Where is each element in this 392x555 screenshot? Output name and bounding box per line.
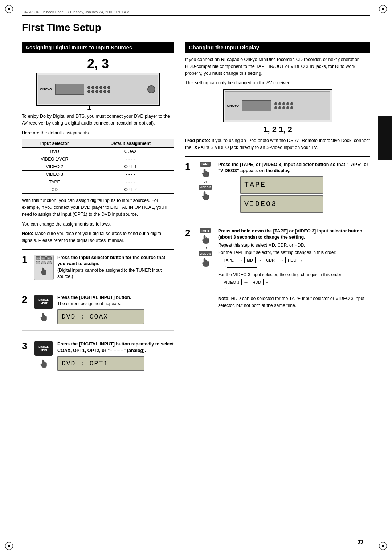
page-header: TX-SR304_En.book Page 33 Tuesday, Januar… xyxy=(22,10,370,16)
left-column: Assigning Digital Inputs to Input Source… xyxy=(22,42,174,381)
table-row: CDOPT 2 xyxy=(22,186,174,194)
right-step-2-icon: TAPE or VIDEO 3 xyxy=(195,228,215,268)
registration-mark-bl xyxy=(5,542,13,550)
step-2-lcd: DVD : COAX xyxy=(57,309,144,324)
digital-input-button: DIGITALINPUT xyxy=(34,295,53,309)
av-btn-4 xyxy=(99,86,102,89)
table-row: DVDCOAX xyxy=(22,148,174,155)
table-row: VIDEO 1/VCR- - - - xyxy=(22,155,174,163)
hand-icon-r2b xyxy=(201,257,210,268)
table-col1-header: Input selector xyxy=(22,139,87,148)
av-r-btn-9 xyxy=(286,106,289,109)
sel-hand-row xyxy=(36,267,52,276)
table-cell-assign: - - - - xyxy=(87,171,174,178)
video3-label-btn-2: VIDEO 3 xyxy=(199,251,212,256)
v3-loop-line xyxy=(227,289,246,289)
step-1-text: Press the input selector button for the … xyxy=(54,255,174,280)
right-note-text: HDD can be selected for the TAPE input s… xyxy=(218,296,364,308)
right-step-2-bold: Press and hold down the [TAPE] or [VIDEO… xyxy=(218,228,370,241)
left-body-1: To enjoy Dolby Digital and DTS, you must… xyxy=(22,113,174,127)
step-3-bold: Press the [DIGITAL INPUT] button repeate… xyxy=(57,341,174,354)
step-2-normal: The current assignment appears. xyxy=(57,301,174,307)
right-step-2-normal2: For the TAPE input selector, the setting… xyxy=(218,250,370,256)
flow-v3-end: ⌐ xyxy=(266,280,268,285)
video3-lcd: VIDEO3 xyxy=(240,195,323,213)
right-step-1-bold: Press the [TAPE] or [VIDEO 3] input sele… xyxy=(218,162,370,174)
av-r-btn-1 xyxy=(274,102,277,105)
tape-flow: TAPE → MD → CDR → HDD ⌐ xyxy=(221,257,370,263)
video3-label-btn: VIDEO 3 xyxy=(199,185,212,190)
tape-label-btn-2: TAPE xyxy=(200,228,211,233)
av-btn-11 xyxy=(103,90,106,93)
step-1-label: 1 xyxy=(87,103,91,112)
right-note-label: Note: xyxy=(218,296,230,301)
table-col2-header: Default assignment xyxy=(87,139,174,148)
av-r-btn-6 xyxy=(274,106,277,109)
step-divider-1 xyxy=(22,249,174,250)
registration-mark-tl xyxy=(5,5,13,13)
table-cell-assign: - - - - xyxy=(87,155,174,163)
right-step-1-row: 1 TAPE or VIDEO 3 Press the [TAPE] or [V… xyxy=(185,162,370,218)
right-step-label: 1, 2 1, 2 xyxy=(185,125,370,134)
av-right-row2 xyxy=(274,106,293,109)
table-row: TAPE- - - - xyxy=(22,178,174,186)
table-cell-input: VIDEO 3 xyxy=(22,171,87,178)
tape-loop-line xyxy=(227,267,257,268)
step-divider-2 xyxy=(22,289,174,289)
tape-loop-arrow: ↑ xyxy=(225,264,370,270)
av-display-right xyxy=(242,100,271,111)
step-1-bold: Press the input selector button for the … xyxy=(57,255,174,267)
sel-btn-v2: V2 xyxy=(46,256,52,260)
page-number: 33 xyxy=(357,539,363,545)
right-step-1-icon: TAPE or VIDEO 3 xyxy=(195,162,215,201)
step-3-text: Press the [DIGITAL INPUT] button repeate… xyxy=(54,341,174,373)
table-body: DVDCOAXVIDEO 1/VCR- - - -VIDEO 2OPT 1VID… xyxy=(22,148,174,194)
arrow-v3: → xyxy=(243,279,248,285)
av-knob-1 xyxy=(147,85,155,93)
header-text: TX-SR304_En.book Page 33 Tuesday, Januar… xyxy=(22,10,130,14)
left-body-2: Here are the default assignments. xyxy=(22,130,174,137)
flow-tape-2: MD xyxy=(244,257,256,263)
step-2-number: 2 xyxy=(22,295,33,305)
main-content: First Time Setup Assigning Digital Input… xyxy=(22,22,370,533)
table-cell-assign: OPT 2 xyxy=(87,186,174,194)
av-r-btn-3 xyxy=(282,102,285,105)
chapter-tab xyxy=(378,116,392,160)
right-step-2-note: Note: HDD can be selected for the TAPE i… xyxy=(218,295,370,309)
table-row: VIDEO 2OPT 1 xyxy=(22,163,174,171)
table-cell-input: TAPE xyxy=(22,178,87,186)
table-cell-input: VIDEO 1/VCR xyxy=(22,155,87,163)
right-step-2-num: 2 xyxy=(185,228,195,238)
tape-label-btn: TAPE xyxy=(200,162,211,167)
flow-v3-1: VIDEO 3 xyxy=(221,279,242,285)
step-23-label: 2, 3 xyxy=(22,56,174,72)
av-r-btn-2 xyxy=(278,102,281,105)
right-step-2-text: Press and hold down the [TAPE] or [VIDEO… xyxy=(215,228,370,312)
step-3-hand xyxy=(39,358,48,370)
step-2-row: 2 DIGITALINPUT Press the [DIGITAL INPUT]… xyxy=(22,295,174,331)
step-2-icon-col: DIGITALINPUT xyxy=(33,295,54,323)
av-logo: ONKYO xyxy=(38,87,53,92)
arrow-1: → xyxy=(238,257,243,263)
hand-icon-r1 xyxy=(201,167,210,178)
hand-icon-3 xyxy=(39,358,48,369)
left-body-4: You can change the assignments as follow… xyxy=(22,221,174,228)
av-button-row-2 xyxy=(87,90,110,93)
note-text: Make sure you also set your digital sour… xyxy=(22,231,162,243)
right-divider-2 xyxy=(185,223,370,223)
right-step-1-text: Press the [TAPE] or [VIDEO 3] input sele… xyxy=(215,162,370,215)
av-r-btn-7 xyxy=(278,106,281,109)
right-step-2-row: 2 TAPE or VIDEO 3 Press and hold down th… xyxy=(185,228,370,315)
right-divider-1 xyxy=(185,156,370,157)
ipod-note: iPod photo: If you're using an iPod phot… xyxy=(185,137,370,151)
step-3-icon-col: DIGITALINPUT xyxy=(33,341,54,370)
sel-circle-3 xyxy=(47,261,52,264)
selector-buttons-icon: DVD VCR V2 xyxy=(34,255,54,280)
hand-icon-1 xyxy=(40,267,47,276)
note-label: Note: xyxy=(22,231,33,236)
av-btn-5 xyxy=(103,86,106,89)
right-body-2: This setting can only be changed on the … xyxy=(185,80,370,86)
hand-icon-2 xyxy=(39,312,48,322)
av-receiver-right: ONKYO xyxy=(223,89,332,122)
step-3-number: 3 xyxy=(22,341,33,351)
